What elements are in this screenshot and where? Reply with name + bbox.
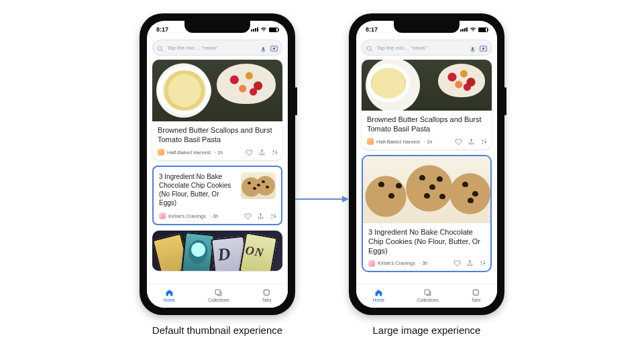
search-icon <box>156 44 164 52</box>
nav-tabs[interactable]: Tabs <box>472 288 481 302</box>
feed-card-pasta[interactable]: Browned Butter Scallops and Burst Tomato… <box>362 60 492 149</box>
mic-icon[interactable] <box>469 44 476 52</box>
svg-point-17 <box>482 47 484 49</box>
home-icon <box>165 288 174 297</box>
tune-icon[interactable] <box>270 213 277 220</box>
transition-arrow-icon <box>295 194 349 196</box>
card-title: 3 Ingredient No Bake Chocolate Chip Cook… <box>159 172 235 207</box>
wifi-icon <box>260 27 267 32</box>
heart-icon[interactable] <box>455 138 462 145</box>
phone-frame-right: 8:17 Tap the mic… "news" <box>349 13 504 315</box>
svg-point-0 <box>158 46 162 50</box>
nav-label: Tabs <box>262 298 272 302</box>
card-meta: Half-Baked Harvest 1h <box>362 137 492 149</box>
nav-label: Tabs <box>472 298 481 302</box>
bottom-nav: Home Collections Tabs <box>147 284 288 308</box>
search-placeholder: Tap the mic… "news" <box>376 45 466 51</box>
share-icon[interactable] <box>258 149 266 156</box>
card-hero-image <box>363 156 490 223</box>
source-avatar-icon <box>368 260 375 267</box>
card-title: Browned Butter Scallops and Burst Tomato… <box>362 111 492 137</box>
left-column: 8:17 Tap the mic… "news" <box>140 13 295 336</box>
feed[interactable]: Browned Butter Scallops and Burst Tomato… <box>147 60 288 284</box>
nav-collections[interactable]: Collections <box>417 288 439 302</box>
svg-marker-23 <box>342 196 349 202</box>
card-source: Half-Baked Harvest <box>167 149 211 156</box>
card-source: Half-Baked Harvest <box>376 139 420 145</box>
signal-icon <box>251 27 258 32</box>
card-hero-image <box>152 231 282 271</box>
svg-line-1 <box>162 50 164 52</box>
search-icon <box>366 44 374 52</box>
nav-collections[interactable]: Collections <box>208 288 229 302</box>
bottom-nav: Home Collections Tabs <box>356 284 497 308</box>
collections-icon <box>214 288 223 297</box>
feed[interactable]: Browned Butter Scallops and Burst Tomato… <box>356 60 497 284</box>
feed-card-partial[interactable] <box>152 231 282 271</box>
share-icon[interactable] <box>257 213 264 220</box>
highlight-box-large: 3 Ingredient No Bake Chocolate Chip Cook… <box>362 155 492 273</box>
caption-right: Large image experience <box>373 324 481 336</box>
svg-rect-19 <box>425 290 429 294</box>
heart-icon[interactable] <box>244 213 252 220</box>
battery-icon <box>269 27 278 32</box>
share-icon[interactable] <box>466 259 474 267</box>
phone-screen-right: 8:17 Tap the mic… "news" <box>356 21 497 308</box>
tune-icon[interactable] <box>479 259 486 267</box>
status-icons <box>460 27 488 32</box>
notch <box>184 21 250 33</box>
card-source: Kirbie's Cravings <box>378 260 415 266</box>
svg-point-6 <box>273 47 275 49</box>
nav-tabs[interactable]: Tabs <box>262 288 272 302</box>
card-hero-image <box>362 60 492 111</box>
card-age: 3h <box>418 260 427 266</box>
battery-icon <box>478 27 488 32</box>
phone-screen-left: 8:17 Tap the mic… "news" <box>147 21 288 308</box>
feed-card-cookies-large[interactable]: 3 Ingredient No Bake Chocolate Chip Cook… <box>363 156 490 272</box>
lens-icon[interactable] <box>479 44 488 52</box>
heart-icon[interactable] <box>246 149 253 156</box>
tabs-icon <box>472 288 480 297</box>
mic-icon[interactable] <box>260 44 267 52</box>
card-age: 1h <box>423 139 432 145</box>
card-age: 3h <box>209 213 218 219</box>
lens-icon[interactable] <box>270 44 278 52</box>
feed-card-pasta[interactable]: Browned Butter Scallops and Burst Tomato… <box>152 60 282 160</box>
comparison-stage: 8:17 Tap the mic… "news" <box>0 0 644 336</box>
tabs-icon <box>262 288 271 297</box>
tune-icon[interactable] <box>271 149 278 156</box>
feed-card-cookies-thumb[interactable]: 3 Ingredient No Bake Chocolate Chip Cook… <box>154 167 281 224</box>
status-time: 8:17 <box>366 26 378 33</box>
svg-point-18 <box>485 46 486 47</box>
nav-label: Collections <box>417 298 439 302</box>
nav-label: Collections <box>208 298 229 302</box>
card-source: Kirbie's Cravings <box>168 213 206 219</box>
highlight-box-thumbnail: 3 Ingredient No Bake Chocolate Chip Cook… <box>152 166 282 225</box>
card-title: Browned Butter Scallops and Burst Tomato… <box>152 121 282 147</box>
search-bar[interactable]: Tap the mic… "news" <box>362 40 492 56</box>
svg-rect-4 <box>262 47 264 49</box>
card-meta: Kirbie's Cravings 3h <box>363 258 490 271</box>
source-avatar-icon <box>367 138 374 145</box>
nav-label: Home <box>164 298 175 302</box>
caption-left: Default thumbnail experience <box>152 324 282 336</box>
status-icons <box>251 27 278 32</box>
nav-home[interactable]: Home <box>373 288 384 302</box>
card-hero-image <box>152 60 282 121</box>
notch <box>394 21 460 33</box>
source-avatar-icon <box>159 213 166 219</box>
signal-icon <box>460 27 468 32</box>
svg-line-12 <box>371 50 373 52</box>
share-icon[interactable] <box>468 138 475 145</box>
wifi-icon <box>470 27 476 32</box>
search-bar[interactable]: Tap the mic… "news" <box>152 40 282 56</box>
status-time: 8:17 <box>156 26 168 33</box>
tune-icon[interactable] <box>480 138 488 145</box>
source-avatar-icon <box>158 149 164 156</box>
search-placeholder: Tap the mic… "news" <box>167 45 257 51</box>
heart-icon[interactable] <box>453 259 461 267</box>
nav-home[interactable]: Home <box>164 288 175 302</box>
card-age: 1h <box>213 149 223 156</box>
home-icon <box>374 288 383 297</box>
svg-point-11 <box>367 46 371 50</box>
